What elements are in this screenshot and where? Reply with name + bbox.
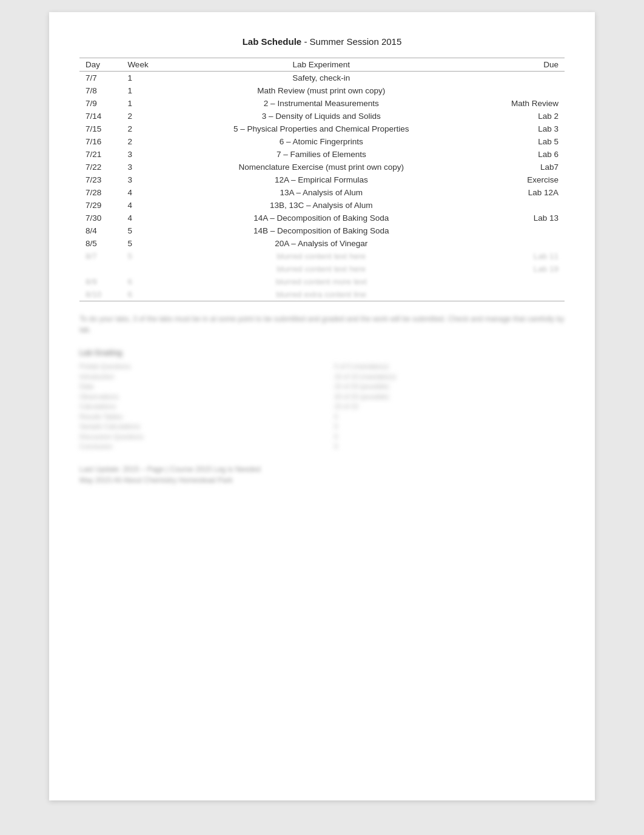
cell-day: 7/23 (79, 173, 122, 186)
cell-due: Lab 3 (471, 122, 565, 135)
blurred-point-6: 5 (334, 412, 565, 422)
title-bold: Lab Schedule (243, 36, 302, 47)
cell-blurred (471, 288, 565, 301)
cell-due (471, 199, 565, 212)
blurred-item-1: Prelab Questions (79, 361, 310, 372)
cell-due (471, 72, 565, 85)
cell-due: Lab 5 (471, 135, 565, 148)
blurred-point-1: 5 of 5 (mandatory) (334, 361, 565, 372)
blurred-item-2: Introduction (79, 372, 310, 382)
blurred-point-7: 5 (334, 421, 565, 432)
blurred-item-9: Conclusion (79, 441, 310, 452)
blurred-point-4: 20 of 25 (possible) (334, 392, 565, 402)
cell-blurred: blurred content text here (172, 250, 471, 263)
cell-blurred: 8/9 (79, 275, 122, 288)
table-header-row: Day Week Lab Experiment Due (79, 58, 565, 72)
blurred-paragraph: To do your labs, 3 of the labs must be i… (79, 314, 565, 335)
cell-day: 7/29 (79, 199, 122, 212)
cell-week: 3 (122, 148, 172, 161)
col-header-due: Due (471, 58, 565, 72)
cell-blurred (122, 263, 172, 275)
table-row-blurred: 8/106blurred extra content line (79, 288, 565, 301)
table-row: 7/1626 – Atomic FingerprintsLab 5 (79, 135, 565, 148)
cell-experiment: Nomenclature Exercise (must print own co… (172, 161, 471, 173)
schedule-table: Day Week Lab Experiment Due 7/71Safety, … (79, 58, 565, 301)
cell-day: 7/28 (79, 186, 122, 199)
cell-experiment: 13A – Analysis of Alum (172, 186, 471, 199)
blurred-point-5: 15 of 15 (334, 401, 565, 412)
cell-experiment: 2 – Instrumental Measurements (172, 97, 471, 110)
cell-experiment: 7 – Families of Elements (172, 148, 471, 161)
cell-week: 2 (122, 122, 172, 135)
cell-blurred: Lab 11 (471, 250, 565, 263)
cell-day: 7/16 (79, 135, 122, 148)
cell-day: 7/14 (79, 110, 122, 122)
table-row: 8/4514B – Decomposition of Baking Soda (79, 224, 565, 237)
table-row: 7/71Safety, check-in (79, 72, 565, 85)
cell-blurred: blurred extra content line (172, 288, 471, 301)
table-row: 7/1423 – Density of Liquids and SolidsLa… (79, 110, 565, 122)
cell-week: 4 (122, 199, 172, 212)
blurred-item-5: Calculations (79, 401, 310, 412)
cell-week: 1 (122, 72, 172, 85)
table-row-blurred: 8/96blurred content more text (79, 275, 565, 288)
cell-week: 4 (122, 212, 172, 224)
cell-blurred: 5 (122, 250, 172, 263)
cell-experiment: Safety, check-in (172, 72, 471, 85)
cell-blurred: 8/10 (79, 288, 122, 301)
blurred-two-col: Prelab Questions Introduction Data Obser… (79, 361, 565, 452)
col-header-day: Day (79, 58, 122, 72)
cell-day: 7/21 (79, 148, 122, 161)
cell-experiment: 14A – Decomposition of Baking Soda (172, 212, 471, 224)
cell-due (471, 224, 565, 237)
cell-week: 3 (122, 161, 172, 173)
cell-week: 1 (122, 97, 172, 110)
blurred-item-8: Discussion Questions (79, 432, 310, 442)
title-normal: - Summer Session 2015 (301, 36, 401, 47)
cell-blurred (79, 263, 122, 275)
cell-day: 7/8 (79, 84, 122, 97)
cell-experiment: 6 – Atomic Fingerprints (172, 135, 471, 148)
cell-due (471, 237, 565, 250)
table-row: 7/29413B, 13C – Analysis of Alum (79, 199, 565, 212)
blurred-point-9: 5 (334, 441, 565, 452)
table-row: 8/5520A – Analysis of Vinegar (79, 237, 565, 250)
cell-experiment: 5 – Physical Properties and Chemical Pro… (172, 122, 471, 135)
cell-blurred: 8/7 (79, 250, 122, 263)
cell-week: 2 (122, 135, 172, 148)
table-row: 7/30414A – Decomposition of Baking SodaL… (79, 212, 565, 224)
cell-due: Lab7 (471, 161, 565, 173)
cell-week: 5 (122, 237, 172, 250)
cell-day: 7/7 (79, 72, 122, 85)
cell-blurred: Lab 19 (471, 263, 565, 275)
cell-due: Lab 2 (471, 110, 565, 122)
cell-blurred: 6 (122, 275, 172, 288)
blurred-footer: Last Update: 2015 – Page | Course 2015 L… (79, 464, 565, 486)
blurred-point-2: 10 of 10 (mandatory) (334, 372, 565, 382)
col-header-week: Week (122, 58, 172, 72)
blurred-lab-grading-section: Lab Grading Prelab Questions Introductio… (79, 347, 565, 452)
cell-experiment: 20A – Analysis of Vinegar (172, 237, 471, 250)
blurred-point-3: 15 of 20 (possible) (334, 381, 565, 392)
blurred-section-title: Lab Grading (79, 347, 565, 359)
cell-experiment: 3 – Density of Liquids and Solids (172, 110, 471, 122)
blurred-item-6: Results Tables (79, 412, 310, 422)
col-header-experiment: Lab Experiment (172, 58, 471, 72)
cell-blurred: blurred content text here (172, 263, 471, 275)
cell-blurred: blurred content more text (172, 275, 471, 288)
table-row: 7/912 – Instrumental MeasurementsMath Re… (79, 97, 565, 110)
cell-due: Lab 13 (471, 212, 565, 224)
cell-due (471, 84, 565, 97)
cell-day: 8/4 (79, 224, 122, 237)
cell-day: 7/22 (79, 161, 122, 173)
cell-experiment: 12A – Empirical Formulas (172, 173, 471, 186)
cell-week: 3 (122, 173, 172, 186)
blurred-item-3: Data (79, 381, 310, 392)
cell-due: Math Review (471, 97, 565, 110)
table-row: 7/2137 – Families of ElementsLab 6 (79, 148, 565, 161)
table-row: 7/81Math Review (must print own copy) (79, 84, 565, 97)
cell-day: 7/30 (79, 212, 122, 224)
page-container: Lab Schedule - Summer Session 2015 Day W… (49, 12, 595, 800)
cell-experiment: 14B – Decomposition of Baking Soda (172, 224, 471, 237)
table-row: 7/1525 – Physical Properties and Chemica… (79, 122, 565, 135)
